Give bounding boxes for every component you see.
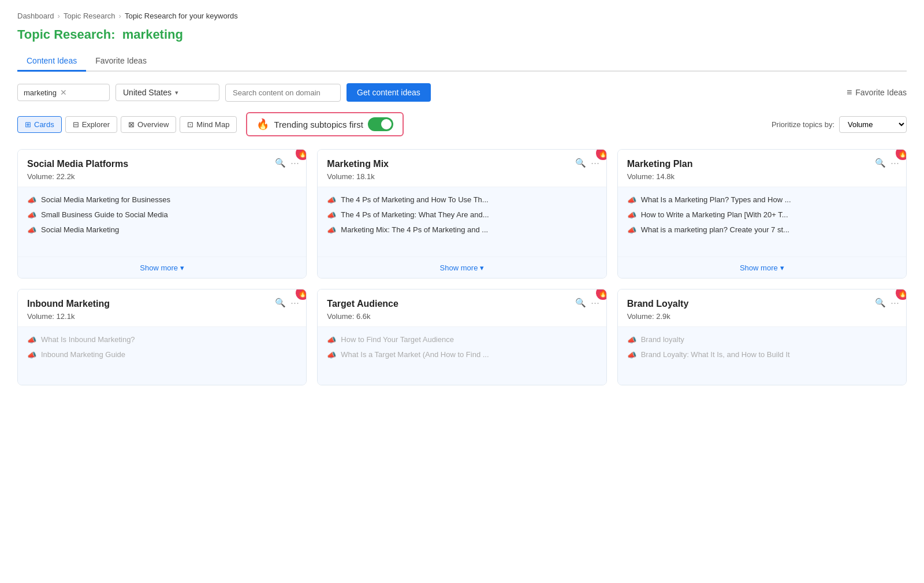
view-cards-button[interactable]: ⊞ Cards — [17, 116, 62, 133]
search-toolbar: marketing ✕ United States ▾ Get content … — [17, 83, 907, 102]
keyword-input-wrapper: marketing ✕ — [17, 84, 110, 101]
card-title-2: Marketing Mix — [327, 159, 597, 169]
keyword-value: marketing — [24, 88, 57, 97]
cards-label: Cards — [34, 120, 54, 129]
show-more-label-1: Show more — [140, 263, 178, 272]
card-footer-2: Show more ▾ — [318, 257, 606, 278]
favorite-ideas-button[interactable]: ≡ Favorite Ideas — [847, 87, 907, 98]
card-footer-3: Show more ▾ — [618, 257, 906, 278]
card-marketing-mix: 🔥 Marketing Mix Volume: 18.1k 🔍 ⋯ 📣 The … — [317, 149, 606, 278]
search-icon-2[interactable]: 🔍 — [575, 158, 586, 168]
card-title-4: Inbound Marketing — [27, 299, 297, 309]
trending-flame-icon: 🔥 — [256, 118, 269, 131]
mindmap-label: Mind Map — [196, 120, 229, 129]
tab-content-ideas[interactable]: Content Ideas — [17, 51, 86, 72]
card-item-text: Small Business Guide to Social Media — [41, 210, 168, 219]
card-actions-3: 🔍 ⋯ — [875, 158, 899, 168]
card-volume-1: Volume: 22.2k — [27, 172, 297, 181]
cards-icon: ⊞ — [25, 120, 31, 129]
megaphone-icon: 📣 — [327, 211, 336, 220]
list-item: 📣 Brand loyalty — [627, 335, 897, 344]
list-item: 📣 How to Find Your Target Audience — [327, 335, 597, 344]
tab-favorite-ideas[interactable]: Favorite Ideas — [86, 51, 156, 72]
page-title: Topic Research: marketing — [17, 27, 907, 42]
list-item: 📣 What Is a Target Market (And How to Fi… — [327, 350, 597, 359]
card-item-text: How to Write a Marketing Plan [With 20+ … — [641, 210, 788, 219]
breadcrumb-current: Topic Research for your keywords — [125, 12, 238, 20]
megaphone-icon: 📣 — [27, 351, 36, 359]
card-header-1: 🔥 Social Media Platforms Volume: 22.2k 🔍… — [18, 150, 306, 187]
card-body-4: 📣 What Is Inbound Marketing? 📣 Inbound M… — [18, 327, 306, 385]
megaphone-icon: 📣 — [27, 211, 36, 220]
prioritize-select[interactable]: Volume Efficiency Topic Scores — [839, 116, 907, 133]
country-value: United States — [123, 88, 172, 97]
cards-grid: 🔥 Social Media Platforms Volume: 22.2k 🔍… — [17, 149, 907, 385]
search-icon-1[interactable]: 🔍 — [275, 158, 286, 168]
card-item-text: What Is a Target Market (And How to Find… — [341, 350, 489, 359]
card-actions-1: 🔍 ⋯ — [275, 158, 299, 168]
card-volume-2: Volume: 18.1k — [327, 172, 597, 181]
show-more-button-3[interactable]: Show more ▾ — [740, 263, 784, 272]
explorer-label: Explorer — [82, 120, 110, 129]
list-item: 📣 Brand Loyalty: What It Is, and How to … — [627, 350, 897, 359]
list-item: 📣 Marketing Mix: The 4 Ps of Marketing a… — [327, 225, 597, 235]
overview-label: Overview — [137, 120, 169, 129]
keyword-clear-btn[interactable]: ✕ — [60, 88, 67, 97]
card-volume-6: Volume: 2.9k — [627, 312, 897, 321]
card-actions-4: 🔍 ⋯ — [275, 298, 299, 308]
search-icon-4[interactable]: 🔍 — [275, 298, 286, 308]
prioritize-label: Prioritize topics by: — [772, 120, 834, 129]
show-more-button-2[interactable]: Show more ▾ — [440, 263, 485, 272]
list-item: 📣 How to Write a Marketing Plan [With 20… — [627, 210, 897, 220]
card-header-4: 🔥 Inbound Marketing Volume: 12.1k 🔍 ⋯ — [18, 289, 306, 327]
breadcrumb-dashboard[interactable]: Dashboard — [17, 12, 54, 20]
explorer-icon: ⊟ — [73, 120, 79, 129]
domain-search-input[interactable] — [225, 84, 341, 102]
card-brand-loyalty: 🔥 Brand Loyalty Volume: 2.9k 🔍 ⋯ 📣 Brand… — [617, 289, 907, 385]
list-item: 📣 Social Media Marketing for Businesses — [27, 195, 297, 205]
list-item: 📣 The 4 Ps of Marketing: What They Are a… — [327, 210, 597, 220]
list-item: 📣 Inbound Marketing Guide — [27, 350, 297, 359]
card-body-5: 📣 How to Find Your Target Audience 📣 Wha… — [318, 327, 606, 385]
page-title-keyword: marketing — [122, 27, 183, 42]
show-more-label-3: Show more — [740, 263, 778, 272]
card-actions-5: 🔍 ⋯ — [575, 298, 599, 308]
trending-toggle-switch[interactable] — [368, 117, 393, 131]
search-icon-6[interactable]: 🔍 — [875, 298, 886, 308]
card-actions-2: 🔍 ⋯ — [575, 158, 599, 168]
get-content-ideas-button[interactable]: Get content ideas — [346, 83, 431, 102]
card-marketing-plan: 🔥 Marketing Plan Volume: 14.8k 🔍 ⋯ 📣 Wha… — [617, 149, 907, 278]
breadcrumb-sep-1: › — [58, 12, 60, 20]
card-volume-3: Volume: 14.8k — [627, 172, 897, 181]
card-item-text: What Is a Marketing Plan? Types and How … — [641, 195, 791, 204]
favorite-ideas-label: Favorite Ideas — [855, 88, 907, 97]
card-volume-4: Volume: 12.1k — [27, 312, 297, 321]
list-item: 📣 The 4 Ps of Marketing and How To Use T… — [327, 195, 597, 205]
view-toolbar: ⊞ Cards ⊟ Explorer ⊠ Overview ⊡ Mind Map… — [17, 112, 907, 136]
list-item: 📣 What Is Inbound Marketing? — [27, 335, 297, 344]
search-icon-5[interactable]: 🔍 — [575, 298, 586, 308]
megaphone-icon: 📣 — [27, 226, 36, 235]
view-mindmap-button[interactable]: ⊡ Mind Map — [180, 116, 237, 133]
breadcrumb-topic-research[interactable]: Topic Research — [64, 12, 116, 20]
show-more-label-2: Show more — [440, 263, 478, 272]
country-select[interactable]: United States ▾ — [116, 84, 219, 101]
card-item-text: Social Media Marketing for Businesses — [41, 195, 170, 204]
card-header-6: 🔥 Brand Loyalty Volume: 2.9k 🔍 ⋯ — [618, 289, 906, 327]
list-item: 📣 What Is a Marketing Plan? Types and Ho… — [627, 195, 897, 205]
card-body-6: 📣 Brand loyalty 📣 Brand Loyalty: What It… — [618, 327, 906, 385]
search-icon-3[interactable]: 🔍 — [875, 158, 886, 168]
chevron-down-icon: ▾ — [780, 263, 784, 272]
card-header-2: 🔥 Marketing Mix Volume: 18.1k 🔍 ⋯ — [318, 150, 606, 187]
card-target-audience: 🔥 Target Audience Volume: 6.6k 🔍 ⋯ 📣 How… — [317, 289, 606, 385]
card-volume-5: Volume: 6.6k — [327, 312, 597, 321]
show-more-button-1[interactable]: Show more ▾ — [140, 263, 184, 272]
view-explorer-button[interactable]: ⊟ Explorer — [65, 116, 117, 133]
card-item-text: Marketing Mix: The 4 Ps of Marketing and… — [341, 225, 488, 234]
view-overview-button[interactable]: ⊠ Overview — [121, 116, 176, 133]
megaphone-icon: 📣 — [27, 196, 36, 205]
card-item-text: The 4 Ps of Marketing and How To Use Th.… — [341, 195, 488, 204]
megaphone-icon: 📣 — [627, 336, 636, 344]
card-item-text: Social Media Marketing — [41, 225, 119, 234]
page-title-prefix: Topic Research: — [17, 27, 116, 42]
